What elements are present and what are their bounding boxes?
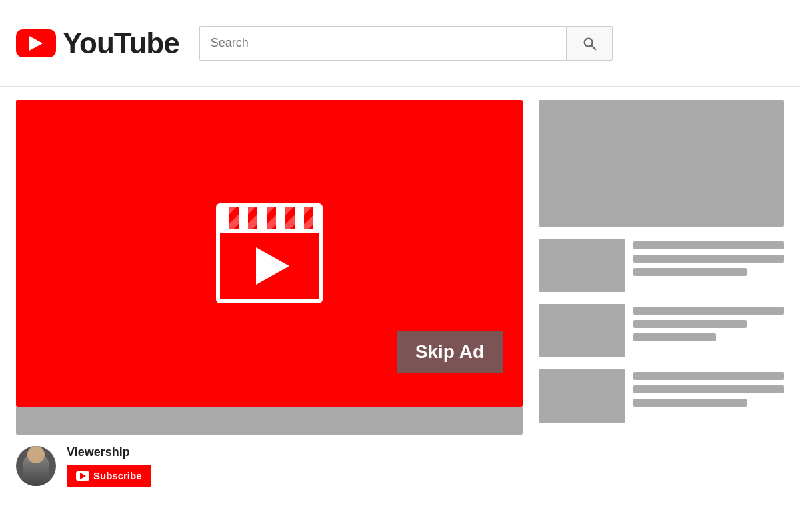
list-item[interactable] [539, 239, 784, 292]
search-icon [582, 36, 597, 51]
rec-thumbnail [539, 369, 625, 423]
video-placeholder-icon [216, 203, 323, 303]
subscribe-button[interactable]: Subscribe [67, 465, 151, 487]
subscribe-label: Subscribe [93, 470, 142, 481]
rec-title-line2 [633, 385, 784, 393]
rec-title-line [633, 241, 784, 249]
list-item[interactable] [539, 369, 784, 423]
film-clapper-top [220, 207, 319, 233]
rec-meta-line [633, 333, 716, 341]
rec-title-line [633, 372, 784, 380]
avatar-figure [23, 453, 49, 486]
rec-thumbnail [539, 304, 625, 357]
channel-name-area: Viewership Subscribe [67, 445, 151, 487]
skip-ad-button[interactable]: Skip Ad [397, 331, 503, 373]
film-clapper-icon [216, 203, 323, 303]
header: YouTube [0, 0, 800, 87]
main-content: Skip Ad Viewership Subscribe [0, 87, 800, 532]
search-input[interactable] [199, 26, 566, 61]
rec-meta-line [633, 268, 747, 276]
video-progress-bar[interactable] [16, 407, 523, 435]
avatar-head [27, 446, 45, 463]
rec-info [633, 239, 784, 276]
left-column: Skip Ad Viewership Subscribe [16, 100, 523, 519]
list-item[interactable] [539, 304, 784, 357]
yt-play-icon [16, 29, 56, 57]
rec-thumbnail [539, 239, 625, 292]
film-clapper-body [220, 233, 319, 299]
play-triangle-icon [256, 247, 289, 285]
rec-info [633, 304, 784, 341]
right-column [539, 100, 784, 519]
search-area [199, 26, 613, 61]
channel-name: Viewership [67, 445, 151, 459]
search-button[interactable] [566, 26, 613, 61]
rec-meta-line [633, 399, 747, 407]
rec-info [633, 369, 784, 407]
logo-text: YouTube [63, 27, 179, 60]
logo-area: YouTube [16, 27, 179, 60]
rec-title-line2 [633, 255, 784, 263]
youtube-logo-icon [16, 29, 56, 57]
channel-info: Viewership Subscribe [16, 435, 523, 487]
avatar [16, 446, 56, 486]
rec-title-line2 [633, 320, 747, 328]
video-player[interactable]: Skip Ad [16, 100, 523, 407]
subscribe-yt-icon [76, 471, 89, 481]
svg-line-1 [591, 45, 595, 49]
rec-title-line [633, 307, 784, 315]
ad-banner [539, 100, 784, 227]
